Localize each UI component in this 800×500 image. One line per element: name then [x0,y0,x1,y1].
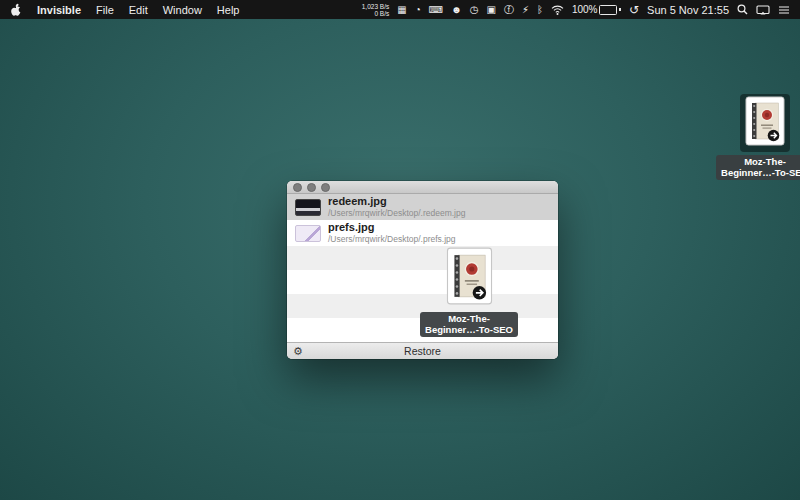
clock-widget-icon[interactable]: ◷ [470,5,479,15]
active-app-name[interactable]: Invisible [37,4,81,16]
circled-f-icon[interactable]: ⓕ [504,5,514,15]
file-path: /Users/mrqwirk/Desktop/.prefs.jpg [328,233,456,245]
notification-center-icon[interactable] [778,5,790,15]
apple-menu[interactable] [10,3,22,16]
window-titlebar[interactable] [287,181,558,194]
book-document-icon [446,247,493,309]
drag-ghost-label: Moz-The- Beginner…-To-SEO [420,312,518,337]
file-path: /Users/mrqwirk/Desktop/.redeem.jpg [328,207,465,219]
menu-bar: Invisible File Edit Window Help 1,023 B/… [0,0,800,19]
drag-ghost-label-line2: Beginner…-To-SEO [425,324,513,335]
file-thumbnail [295,225,321,242]
gauge-icon[interactable]: ◔ [415,5,421,15]
file-thumbnail [295,199,321,216]
file-name: prefs.jpg [328,221,456,233]
keyboard-icon[interactable]: ⌨ [429,5,443,15]
window-bottom-bar: ⚙ Restore [287,342,558,359]
restore-button[interactable]: Restore [287,345,558,357]
menu-edit[interactable]: Edit [129,4,148,16]
bluetooth-icon[interactable]: ᛒ [537,5,543,15]
list-item[interactable]: redeem.jpg /Users/mrqwirk/Desktop/.redee… [287,194,558,220]
menu-file[interactable]: File [96,4,114,16]
menu-help[interactable]: Help [217,4,240,16]
desktop-icon-label: Moz-The- Beginner…-To-SEO [716,155,800,180]
drag-ghost-label-line1: Moz-The- [448,313,490,324]
desktop-icon-label-line2: Beginner…-To-SEO [721,167,800,178]
menu-bar-clock[interactable]: Sun 5 Nov 21:55 [647,4,729,16]
apple-logo-icon [10,3,22,16]
desktop-background: { "menu_bar": { "app_name": "Invisible",… [0,0,800,500]
book-document-icon [740,94,790,152]
drag-ghost[interactable]: Moz-The- Beginner…-To-SEO [421,247,517,337]
network-down-speed: 0 B/s [374,10,389,17]
battery-icon [599,5,617,15]
battery-indicator[interactable]: 100% [572,4,621,15]
desktop-icon-label-line1: Moz-The- [744,156,786,167]
list-item[interactable]: prefs.jpg /Users/mrqwirk/Desktop/.prefs.… [287,220,558,246]
battery-cap [619,8,621,11]
user-icon[interactable]: ☻ [451,5,462,15]
battery-percent: 100% [572,4,598,15]
desktop-icon-moz-guide[interactable]: Moz-The- Beginner…-To-SEO [715,94,800,180]
activity-icon[interactable]: ▦ [397,5,406,15]
menu-window[interactable]: Window [163,4,202,16]
file-name: redeem.jpg [328,195,465,207]
bolt-icon[interactable]: ⚡ [522,5,529,15]
network-up-speed: 1,023 B/s [362,3,389,10]
zoom-button[interactable] [321,183,330,192]
wifi-icon[interactable] [551,5,564,15]
screen-mirroring-icon[interactable] [756,5,770,15]
minimize-button[interactable] [307,183,316,192]
time-machine-icon[interactable]: ↺ [629,5,639,15]
network-speed-indicator[interactable]: 1,023 B/s 0 B/s [362,3,389,17]
shield-icon[interactable]: ▣ [486,5,495,15]
close-button[interactable] [293,183,302,192]
spotlight-icon[interactable] [737,4,748,15]
